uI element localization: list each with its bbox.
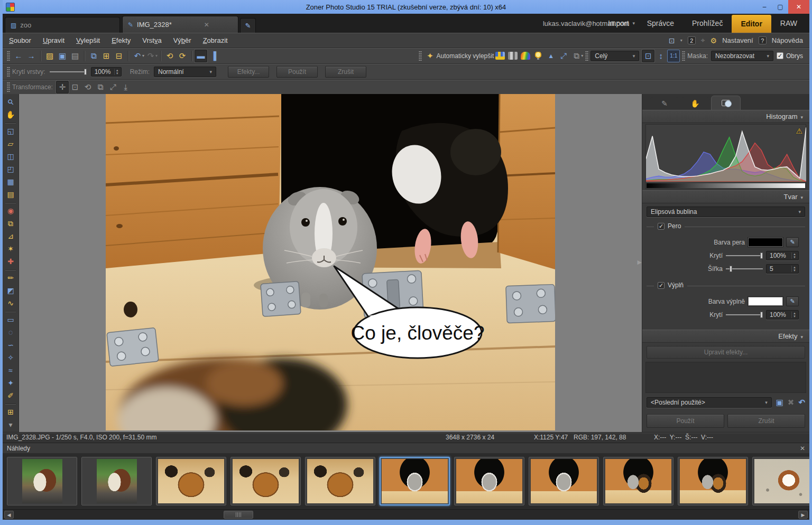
layer-arrow-button[interactable]: ⧉ (94, 81, 107, 93)
iron-smooth-tool-icon[interactable]: ⊿ (4, 230, 17, 242)
display-mode-icon[interactable]: ⊡ (669, 36, 675, 45)
spinner-arrows-icon[interactable]: ▲▼ (791, 312, 797, 318)
batch-dropdown-icon[interactable]: ▾ (581, 53, 583, 58)
magic-wand-tool-icon[interactable]: ✦ (4, 377, 17, 389)
chevron-down-icon[interactable]: ▾ (680, 38, 682, 43)
edit-image-tool-icon[interactable]: ▤ (4, 188, 17, 201)
thumbnail-guinea-pig-hutch-current[interactable] (380, 457, 450, 505)
fill-color-swatch[interactable] (748, 297, 783, 306)
thumbnail-guinea-pigs-board-1[interactable] (603, 457, 673, 505)
layer-effects-button[interactable]: Efekty... (228, 66, 269, 78)
color-adjust-icon[interactable] (521, 52, 530, 60)
menu-upravit[interactable]: Upravit (43, 36, 64, 44)
cancel-button[interactable]: Zrušit (727, 414, 805, 428)
pen-opacity-slider[interactable] (726, 252, 763, 259)
thumbnail-guinea-pigs-board-2[interactable] (678, 457, 748, 505)
panel-collapse-icon[interactable]: ▶ (638, 259, 642, 266)
layer-opacity-slider[interactable] (50, 68, 87, 76)
editor-canvas[interactable]: Co je, člověče? ▶ (19, 94, 642, 432)
thumbnail-cow-photo-1[interactable] (7, 457, 77, 505)
retouch-tool-icon[interactable]: ✶ (4, 242, 17, 255)
mask-select[interactable]: Nezobrazovat ▾ (711, 51, 773, 61)
thumbnail-guinea-pigs-sawdust-1[interactable] (156, 457, 226, 505)
reset-button[interactable]: ↶ (798, 398, 805, 407)
spinner-arrows-icon[interactable]: ▲▼ (791, 266, 797, 272)
scale-layer-button[interactable]: ⤢ (107, 81, 119, 93)
new-editor-tab-button[interactable]: ✎ (240, 18, 256, 33)
spinner-arrows-icon[interactable]: ▲▼ (114, 69, 120, 75)
perspective-tool-icon[interactable]: ◫ (4, 150, 17, 163)
nav-prohlížeč[interactable]: Prohlížeč (683, 14, 732, 33)
menu-zobrazit[interactable]: Zobrazit (203, 36, 228, 44)
thumbnail-guinea-pigs-sawdust-2[interactable] (230, 457, 301, 505)
resize-icon[interactable]: ⤢ (557, 50, 570, 62)
fit-screen-button[interactable]: ⊡ (642, 50, 654, 62)
print-button[interactable]: ▤ (69, 50, 81, 62)
outline-checkbox[interactable]: ✓ (777, 52, 783, 59)
paintbrush-tool-icon[interactable]: ✏ (4, 271, 17, 284)
thumbnail-guinea-pig-hutch-3[interactable] (529, 457, 599, 505)
pen-checkbox[interactable]: ✓ (658, 223, 665, 230)
rect-select-tool-icon[interactable]: ▭ (4, 313, 17, 326)
menu-výběr[interactable]: Výběr (173, 36, 191, 44)
auto-enhance-button[interactable]: Automaticky vylepšit (437, 52, 494, 60)
nav-editor[interactable]: Editor (732, 15, 771, 33)
save-button[interactable]: ▣ (56, 50, 69, 62)
tab-shapes[interactable] (711, 96, 741, 110)
blend-mode-select[interactable]: Normální ▾ (154, 67, 216, 77)
menu-vrstva[interactable]: Vrstva (142, 36, 161, 44)
effects-header[interactable]: Efekty▾ (642, 330, 809, 343)
histogram-header[interactable]: Histogram▾ (642, 110, 809, 123)
selection-brush-tool-icon[interactable]: ✐ (4, 389, 17, 402)
pen-width-spinner[interactable]: 5 ▲▼ (766, 264, 799, 274)
fill-opacity-slider[interactable] (726, 311, 763, 318)
pen-opacity-spinner[interactable]: 100% ▲▼ (766, 251, 799, 260)
back-button[interactable]: ← (12, 50, 25, 62)
rotate-left-button[interactable]: ⟲ (163, 50, 176, 62)
tab-retouch-tools[interactable]: ✋ (680, 97, 710, 110)
pen-width-slider[interactable] (726, 265, 763, 273)
straighten-tool-icon[interactable]: ▱ (4, 137, 17, 150)
zoom-select[interactable]: Celý ▾ (590, 51, 639, 61)
preset-select[interactable]: <Poslední použité> ▾ (647, 397, 772, 408)
scrollbar-thumb[interactable] (224, 511, 253, 519)
tab-close-icon[interactable]: ✕ (204, 21, 209, 29)
move-transform-button[interactable]: ✛ (56, 81, 69, 93)
paste-as-selection-tool-icon[interactable]: ⊞ (4, 406, 17, 418)
thumbnail-guinea-pig-gravel[interactable] (752, 457, 809, 505)
paste-button[interactable]: ⊞ (100, 50, 113, 62)
tab-zoo[interactable]: ▨ zoo (5, 17, 120, 33)
curves-icon[interactable] (508, 52, 518, 60)
layout-right-toggle[interactable]: ▐ (207, 50, 220, 62)
fill-checkbox[interactable]: ✓ (658, 282, 665, 289)
layer-cancel-button[interactable]: Zrušit (325, 66, 366, 78)
help-button[interactable]: Nápověda (772, 36, 803, 44)
nav-raw[interactable]: RAW (771, 14, 806, 33)
filmstrip-close-icon[interactable]: ✕ (800, 445, 805, 452)
thumbnail-cow-photo-2[interactable] (81, 457, 152, 505)
shape-header[interactable]: Tvar▾ (642, 190, 809, 203)
minimize-button[interactable]: – (756, 0, 772, 14)
smudge-tool-icon[interactable]: ∿ (4, 297, 17, 310)
open-button[interactable]: ▨ (43, 50, 56, 62)
spinner-arrows-icon[interactable]: ▲▼ (791, 252, 797, 259)
menu-efekty[interactable]: Efekty (112, 36, 131, 44)
levels-icon[interactable] (495, 52, 505, 60)
healing-brush-tool-icon[interactable]: ✚ (4, 255, 17, 268)
one-to-one-button[interactable]: 1:1 (667, 50, 680, 62)
lasso-tool-icon[interactable]: ∽ (4, 339, 17, 351)
lights-icon[interactable] (533, 52, 543, 60)
export-layer-button[interactable]: ⤓ (119, 81, 132, 93)
thumbnail-guinea-pig-hutch-2[interactable] (454, 457, 524, 505)
fill-tool-icon[interactable]: ◩ (4, 284, 17, 297)
tab-quick-edits[interactable]: ✎ (650, 97, 679, 110)
ellipse-select-tool-icon[interactable]: ◌ (4, 326, 17, 339)
delete-preset-button[interactable]: ✖ (788, 398, 795, 407)
mesh-warp-tool-icon[interactable]: ▦ (4, 175, 17, 188)
forward-button[interactable]: → (25, 50, 38, 62)
copy-button[interactable]: ⧉ (87, 50, 100, 62)
clone-stamp-tool-icon[interactable]: ⧉ (4, 217, 17, 230)
more-tools-icon[interactable]: ▾ (4, 418, 17, 431)
save-preset-button[interactable]: ▣ (776, 398, 783, 407)
settings-button[interactable]: Nastavení (722, 36, 753, 44)
